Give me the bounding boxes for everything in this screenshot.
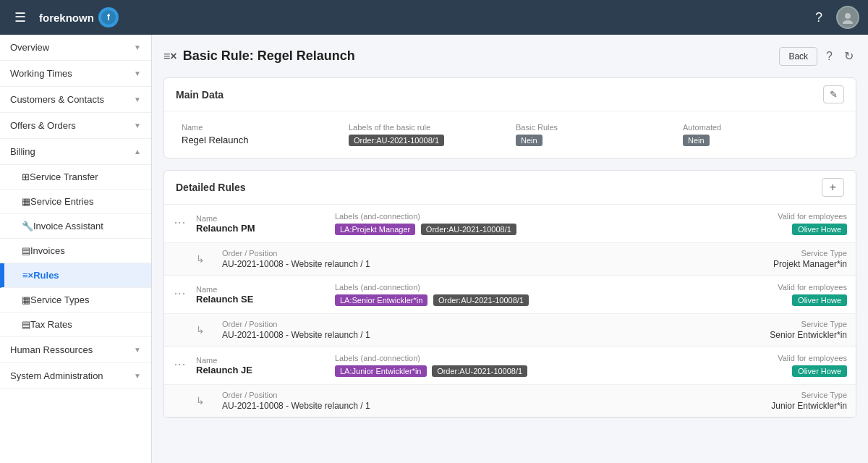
employee-label: Valid for employees [746,354,847,362]
rule-employee-col: Valid for employees Oliver Howe [746,354,847,377]
sidebar-item-offers-orders[interactable]: Offers & Orders ▼ [0,113,151,139]
sub-order-value: AU-2021-10008 - Website relaunch / 1 [222,330,529,340]
rule-drag-handle[interactable]: ⋮ [173,217,187,230]
topbar: ☰ foreknown f ? [0,0,868,35]
sidebar-item-human-ressources[interactable]: Human Ressources ▼ [0,337,151,363]
add-rule-button[interactable]: + [822,178,844,197]
detailed-rules-card: Detailed Rules + ⋮ Name Relaunch PM Labe… [163,170,856,418]
sidebar-item-overview[interactable]: Overview ▼ [0,35,151,61]
label-tag-gray: Order:AU-2021-10008/1 [433,294,529,306]
detailed-rules-title: Detailed Rules [176,182,245,193]
page-title: ≡× Basic Rule: Regel Relaunch [163,48,355,64]
name-field: Name Regel Relaunch [176,120,343,149]
rule-sub-row: ↳ Order / Position AU-2021-10008 - Websi… [164,313,856,346]
sidebar-item-customers-contacts[interactable]: Customers & Contacts ▼ [0,87,151,113]
help-button[interactable]: ? [807,6,830,29]
rule-label-tags: LA:Projekt Manager Order:AU-2021-10008/1 [335,224,737,235]
basic-rules-value: Nein [516,135,671,146]
sidebar-item-tax-rates[interactable]: ▤ Tax Rates [0,313,151,337]
sidebar-item-system-administration[interactable]: System Administration ▼ [0,363,151,389]
automated-label: Automated [683,123,838,132]
avatar[interactable] [836,6,859,29]
logo: foreknown f [39,7,119,27]
sidebar-item-invoices[interactable]: ▤ Invoices [0,239,151,263]
rule-name-value: Relaunch PM [196,223,326,234]
rule-main-row: ⋮ Name Relaunch PM Labels (and-connectio… [164,205,856,242]
sidebar-item-label: Service Transfer [30,171,98,182]
labels-value: Order:AU-2021-10008/1 [349,135,504,146]
sidebar-item-label: Tax Rates [30,319,72,330]
sub-service-label: Service Type [540,320,847,328]
refresh-icon[interactable]: ↻ [841,46,856,66]
sidebar-item-label: Human Ressources [10,344,93,355]
chevron-down-icon: ▼ [134,372,141,380]
help-icon[interactable]: ? [823,47,835,66]
employee-badge: Oliver Howe [792,224,847,235]
rule-labels-label: Labels (and-connection) [335,354,737,362]
employee-badge: Oliver Howe [792,365,847,377]
menu-button[interactable]: ☰ [9,6,32,29]
rule-name-value: Relaunch JE [196,365,326,375]
sub-service-label: Service Type [540,391,847,399]
rule-name-label: Name [196,356,326,365]
main-data-card-header: Main Data ✎ [164,78,856,111]
rule-labels-label: Labels (and-connection) [335,212,737,221]
rule-drag-handle[interactable]: ⋮ [173,288,187,301]
back-button[interactable]: Back [779,47,817,66]
rule-main-row: ⋮ Name Relaunch SE Labels (and-connectio… [164,276,856,313]
logo-icon: f [98,7,119,27]
rule-sub-row: ↳ Order / Position AU-2021-10008 - Websi… [164,384,856,417]
sub-service-value: Projekt Manager*in [540,259,847,269]
sidebar-item-rules[interactable]: ≡× Rules [0,263,151,288]
label-tag-gray: Order:AU-2021-10008/1 [421,224,516,235]
sub-service-value: Senior Entwickler*in [540,330,847,340]
logo-text: foreknown [39,12,94,24]
rules-icon: ≡× [22,270,33,281]
sidebar-item-label: Customers & Contacts [10,94,104,105]
sub-order-value: AU-2021-10008 - Website relaunch / 1 [222,259,529,269]
sub-service-value: Junior Entwickler*in [540,401,847,411]
main-data-card: Main Data ✎ Name Regel Relaunch Labels o… [163,77,856,158]
employee-badge: Oliver Howe [792,294,847,306]
content-area: ≡× Basic Rule: Regel Relaunch Back ? ↻ M… [152,35,868,463]
sidebar-item-service-transfer[interactable]: ⊞ Service Transfer [0,165,151,190]
table-row: ⋮ Name Relaunch SE Labels (and-connectio… [164,276,856,347]
labels-label: Labels of the basic rule [349,123,504,132]
table-row: ⋮ Name Relaunch PM Labels (and-connectio… [164,205,856,276]
topbar-left: ☰ foreknown f [9,6,119,29]
svg-point-3 [843,20,853,24]
rule-name-label: Name [196,285,326,294]
sub-service-field: Service Type Projekt Manager*in [540,249,847,269]
main-layout: Overview ▼ Working Times ▼ Customers & C… [0,35,868,463]
main-data-title: Main Data [176,89,224,101]
automated-value: Nein [683,135,838,146]
rule-main-row: ⋮ Name Relaunch JE Labels (and-connectio… [164,347,856,384]
sub-order-field: Order / Position AU-2021-10008 - Website… [222,249,529,269]
sidebar-item-service-types[interactable]: ▦ Service Types [0,288,151,313]
sub-order-value: AU-2021-10008 - Website relaunch / 1 [222,401,529,411]
rule-labels-label: Labels (and-connection) [335,283,737,292]
sidebar-item-working-times[interactable]: Working Times ▼ [0,61,151,87]
sidebar: Overview ▼ Working Times ▼ Customers & C… [0,35,152,463]
service-transfer-icon: ⊞ [22,171,30,182]
service-entries-icon: ▦ [22,196,30,207]
sidebar-item-billing[interactable]: Billing ▲ [0,139,151,165]
sidebar-item-invoice-assistant[interactable]: 🔧 Invoice Assistant [0,214,151,239]
rule-drag-handle[interactable]: ⋮ [173,359,187,372]
content-inner: ≡× Basic Rule: Regel Relaunch Back ? ↻ M… [152,35,868,441]
basic-rules-field: Basic Rules Nein [510,120,677,149]
rule-label-tags: LA:Senior Entwickler*in Order:AU-2021-10… [335,294,737,306]
header-actions: Back ? ↻ [779,46,856,66]
rule-employee-col: Valid for employees Oliver Howe [746,283,847,306]
sidebar-item-label: Invoices [30,245,65,256]
rule-name-col: Name Relaunch PM [196,214,326,234]
sub-order-label: Order / Position [222,391,529,399]
edit-button[interactable]: ✎ [823,85,844,103]
basic-rules-tag: Nein [516,135,542,146]
automated-tag: Nein [683,135,710,146]
topbar-right: ? [807,6,859,29]
rule-sub-row: ↳ Order / Position AU-2021-10008 - Websi… [164,242,856,275]
sidebar-item-service-entries[interactable]: ▦ Service Entries [0,190,151,214]
sidebar-item-label: Billing [10,146,35,157]
sidebar-item-label: System Administration [10,370,103,381]
